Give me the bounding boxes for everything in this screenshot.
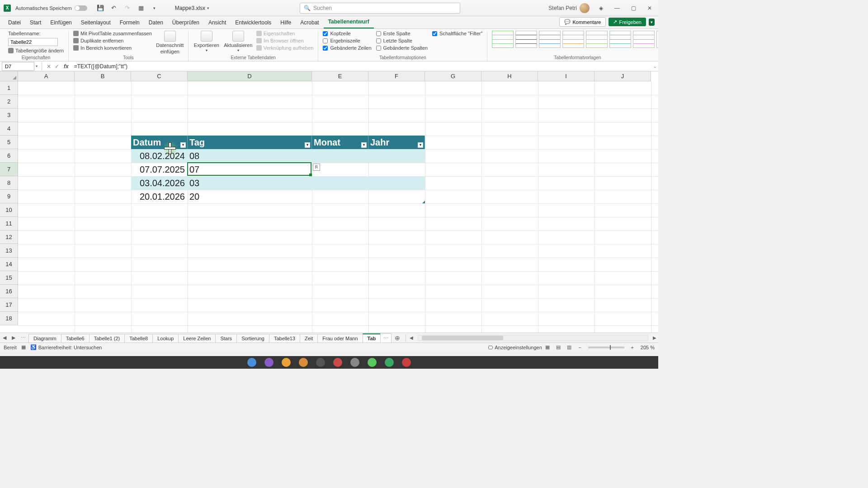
- zoom-level[interactable]: 205 %: [641, 345, 655, 350]
- row-header[interactable]: 1: [0, 81, 18, 95]
- row-header[interactable]: 4: [0, 122, 18, 136]
- column-header[interactable]: G: [425, 71, 481, 81]
- table-style-thumb[interactable]: [609, 31, 631, 48]
- row-header[interactable]: 14: [0, 258, 18, 271]
- column-header[interactable]: D: [188, 71, 312, 81]
- refresh-button[interactable]: Aktualisieren▾: [225, 31, 252, 53]
- ribbon-tab-entwicklertools[interactable]: Entwicklertools: [231, 17, 276, 28]
- filter-dropdown-icon[interactable]: ▾: [361, 142, 367, 148]
- page-break-view-icon[interactable]: ▥: [565, 344, 574, 350]
- row-header[interactable]: 5: [0, 136, 18, 149]
- cancel-formula-icon[interactable]: ✕: [47, 63, 51, 70]
- select-all-corner[interactable]: [0, 71, 18, 81]
- row-header[interactable]: 6: [0, 149, 18, 163]
- remove-duplicates-button[interactable]: Duplikate entfernen: [73, 38, 152, 43]
- redo-icon[interactable]: ↷: [123, 5, 132, 11]
- sheet-tab[interactable]: Frau oder Mann: [317, 334, 363, 343]
- normal-view-icon[interactable]: ▦: [543, 344, 552, 350]
- maximize-button[interactable]: ▢: [628, 5, 638, 11]
- last-column-checkbox[interactable]: Letzte Spalte: [376, 38, 428, 43]
- ribbon-tab-acrobat[interactable]: Acrobat: [296, 17, 323, 28]
- insert-slicer-button[interactable]: Datenschnitt einfügen: [156, 31, 184, 54]
- table-style-thumb[interactable]: [515, 31, 537, 48]
- first-column-checkbox[interactable]: Erste Spalte: [376, 31, 428, 36]
- sheet-nav-prev-icon[interactable]: ◀: [0, 335, 9, 341]
- banded-rows-checkbox[interactable]: Gebänderte Zeilen: [323, 45, 371, 51]
- table-style-thumb[interactable]: [586, 31, 608, 48]
- ribbon-tab-daten[interactable]: Daten: [144, 17, 168, 28]
- table-styles-gallery[interactable]: ▴▾▿: [492, 31, 658, 48]
- sheet-nav-next-icon[interactable]: ▶: [9, 335, 18, 341]
- camera-icon[interactable]: ▦: [137, 5, 145, 11]
- ribbon-tab-datei[interactable]: Datei: [4, 17, 25, 28]
- sheet-tab[interactable]: Tabelle8: [124, 334, 153, 343]
- hscroll-right-icon[interactable]: ▶: [651, 335, 658, 340]
- row-header[interactable]: 12: [0, 230, 18, 244]
- sheet-tab[interactable]: Diagramm: [28, 334, 61, 343]
- row-header[interactable]: 15: [0, 271, 18, 285]
- comments-button[interactable]: 💬Kommentare: [559, 17, 606, 27]
- column-header[interactable]: E: [312, 71, 368, 81]
- table-style-thumb[interactable]: [562, 31, 584, 48]
- display-settings-icon[interactable]: 🖵: [488, 345, 493, 350]
- header-row-checkbox[interactable]: Kopfzeile: [323, 31, 371, 36]
- column-header[interactable]: H: [481, 71, 538, 81]
- gallery-more-button[interactable]: ▴▾▿: [656, 31, 658, 48]
- sheet-overflow-button[interactable]: ⋯: [380, 333, 392, 343]
- row-headers[interactable]: 123456789101112131415161718: [0, 81, 18, 325]
- sheet-tab[interactable]: Sortierung: [236, 334, 269, 343]
- filter-button-checkbox[interactable]: Schaltfläche "Filter": [432, 31, 482, 36]
- row-header[interactable]: 13: [0, 244, 18, 258]
- user-account[interactable]: Stefan Petri: [548, 3, 590, 13]
- row-header[interactable]: 16: [0, 285, 18, 298]
- filter-dropdown-icon[interactable]: ▾: [180, 142, 186, 148]
- tablename-input[interactable]: [8, 38, 58, 46]
- column-header[interactable]: J: [594, 71, 651, 81]
- display-settings[interactable]: Anzeigeeinstellungen: [495, 345, 542, 350]
- table-resize-handle[interactable]: [421, 200, 425, 203]
- sheet-tab[interactable]: Tabelle6: [61, 334, 90, 343]
- row-header[interactable]: 11: [0, 217, 18, 230]
- ribbon-tab-hilfe[interactable]: Hilfe: [276, 17, 296, 28]
- enter-formula-icon[interactable]: ✓: [55, 63, 59, 70]
- autosave-toggle[interactable]: [75, 5, 87, 11]
- diamond-icon[interactable]: ◈: [596, 5, 606, 11]
- summarize-pivot-button[interactable]: Mit PivotTable zusammenfassen: [73, 31, 152, 36]
- cell-tag[interactable]: 07: [188, 163, 312, 176]
- zoom-slider[interactable]: [588, 347, 624, 348]
- convert-range-button[interactable]: In Bereich konvertieren: [73, 45, 152, 51]
- ribbon-tab-ansicht[interactable]: Ansicht: [204, 17, 231, 28]
- namebox-dropdown-icon[interactable]: ▾: [34, 64, 39, 68]
- name-box[interactable]: D7: [2, 62, 34, 71]
- row-header[interactable]: 3: [0, 108, 18, 122]
- resize-table-button[interactable]: Tabellengröße ändern: [8, 48, 64, 53]
- table-header-datum[interactable]: Datum▾: [131, 136, 188, 149]
- total-row-checkbox[interactable]: Ergebniszeile: [323, 38, 371, 43]
- sheet-tab[interactable]: Zeit: [300, 334, 318, 343]
- filter-dropdown-icon[interactable]: ▾: [418, 142, 423, 148]
- filename[interactable]: Mappe3.xlsx: [175, 5, 205, 11]
- cell-datum[interactable]: 20.01.2026: [131, 190, 188, 203]
- sheet-tab[interactable]: Tabelle13: [269, 334, 300, 343]
- cell-tag[interactable]: 03: [188, 176, 312, 190]
- qat-more-icon[interactable]: ▾: [151, 6, 159, 10]
- column-header[interactable]: B: [75, 71, 131, 81]
- cell-datum[interactable]: 03.04.2026: [131, 176, 188, 190]
- sheet-tab[interactable]: Tabelle1 (2): [89, 334, 125, 343]
- sheet-tab[interactable]: Stars: [215, 334, 237, 343]
- ribbon-tab-seitenlayout[interactable]: Seitenlayout: [76, 17, 115, 28]
- cell-datum[interactable]: 08.02.2024: [131, 149, 188, 163]
- macro-record-icon[interactable]: ▦: [21, 344, 26, 350]
- table-header-jahr[interactable]: Jahr▾: [368, 136, 425, 149]
- cell-tag[interactable]: 08: [188, 149, 312, 163]
- sheet-tab[interactable]: Lookup: [152, 334, 179, 343]
- column-header[interactable]: A: [18, 71, 75, 81]
- column-header[interactable]: C: [131, 71, 188, 81]
- add-sheet-button[interactable]: ⊕: [391, 334, 404, 342]
- sheet-tab[interactable]: Leere Zeilen: [178, 334, 216, 343]
- ribbon-tab-tabellenentwurf[interactable]: Tabellenentwurf: [324, 16, 374, 28]
- close-button[interactable]: ✕: [645, 5, 655, 11]
- column-header[interactable]: F: [368, 71, 425, 81]
- row-header[interactable]: 18: [0, 312, 18, 325]
- undo-icon[interactable]: ↶: [110, 5, 118, 11]
